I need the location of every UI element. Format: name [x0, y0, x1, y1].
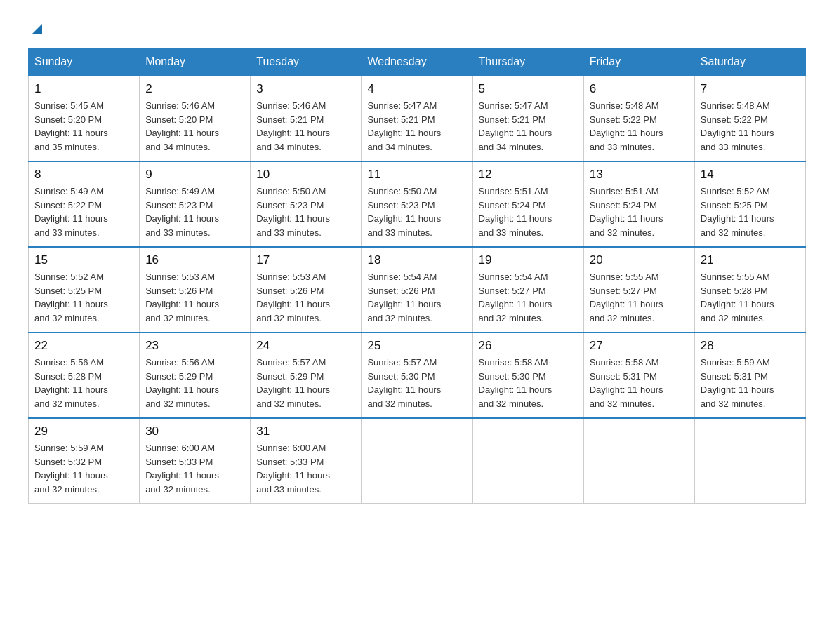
- day-number: 15: [34, 253, 133, 267]
- day-number: 23: [145, 339, 244, 353]
- calendar-cell: 29 Sunrise: 5:59 AM Sunset: 5:32 PM Dayl…: [29, 418, 140, 504]
- day-info: Sunrise: 5:54 AM Sunset: 5:26 PM Dayligh…: [367, 270, 466, 325]
- day-number: 8: [34, 168, 133, 182]
- calendar-cell: 17 Sunrise: 5:53 AM Sunset: 5:26 PM Dayl…: [251, 247, 362, 333]
- day-number: 11: [367, 168, 466, 182]
- day-info: Sunrise: 5:53 AM Sunset: 5:26 PM Dayligh…: [145, 270, 244, 325]
- calendar-week-5: 29 Sunrise: 5:59 AM Sunset: 5:32 PM Dayl…: [29, 418, 806, 504]
- calendar-cell: [694, 418, 805, 504]
- day-number: 10: [256, 168, 355, 182]
- calendar-cell: 26 Sunrise: 5:58 AM Sunset: 5:30 PM Dayl…: [472, 333, 583, 418]
- weekday-header-friday: Friday: [583, 48, 694, 76]
- day-number: 30: [145, 424, 244, 438]
- day-info: Sunrise: 5:56 AM Sunset: 5:28 PM Dayligh…: [34, 356, 133, 410]
- day-number: 12: [479, 168, 578, 182]
- day-info: Sunrise: 5:53 AM Sunset: 5:26 PM Dayligh…: [256, 270, 355, 325]
- calendar-cell: [362, 418, 472, 504]
- day-info: Sunrise: 5:47 AM Sunset: 5:21 PM Dayligh…: [367, 99, 466, 154]
- day-number: 1: [34, 82, 133, 96]
- day-number: 9: [145, 168, 244, 182]
- calendar-cell: 3 Sunrise: 5:46 AM Sunset: 5:21 PM Dayli…: [251, 76, 362, 161]
- day-number: 13: [590, 168, 689, 182]
- day-info: Sunrise: 5:59 AM Sunset: 5:32 PM Dayligh…: [34, 441, 133, 496]
- day-info: Sunrise: 5:47 AM Sunset: 5:21 PM Dayligh…: [479, 99, 578, 154]
- calendar-cell: 31 Sunrise: 6:00 AM Sunset: 5:33 PM Dayl…: [251, 418, 362, 504]
- day-info: Sunrise: 5:50 AM Sunset: 5:23 PM Dayligh…: [256, 185, 355, 239]
- day-number: 22: [34, 339, 133, 353]
- day-info: Sunrise: 5:51 AM Sunset: 5:24 PM Dayligh…: [479, 185, 578, 239]
- day-number: 2: [145, 82, 244, 96]
- calendar-cell: 8 Sunrise: 5:49 AM Sunset: 5:22 PM Dayli…: [29, 161, 140, 247]
- day-info: Sunrise: 5:48 AM Sunset: 5:22 PM Dayligh…: [590, 99, 689, 154]
- day-info: Sunrise: 5:59 AM Sunset: 5:31 PM Dayligh…: [701, 356, 800, 410]
- calendar-cell: 24 Sunrise: 5:57 AM Sunset: 5:29 PM Dayl…: [251, 333, 362, 418]
- day-info: Sunrise: 5:51 AM Sunset: 5:24 PM Dayligh…: [590, 185, 689, 239]
- day-number: 18: [367, 253, 466, 267]
- day-info: Sunrise: 5:56 AM Sunset: 5:29 PM Dayligh…: [145, 356, 244, 410]
- weekday-header-sunday: Sunday: [29, 48, 140, 76]
- calendar-cell: 25 Sunrise: 5:57 AM Sunset: 5:30 PM Dayl…: [362, 333, 472, 418]
- calendar-week-4: 22 Sunrise: 5:56 AM Sunset: 5:28 PM Dayl…: [29, 333, 806, 418]
- day-info: Sunrise: 5:46 AM Sunset: 5:20 PM Dayligh…: [145, 99, 244, 154]
- calendar-cell: 19 Sunrise: 5:54 AM Sunset: 5:27 PM Dayl…: [472, 247, 583, 333]
- logo: [28, 21, 45, 36]
- calendar-cell: 15 Sunrise: 5:52 AM Sunset: 5:25 PM Dayl…: [29, 247, 140, 333]
- calendar-cell: 22 Sunrise: 5:56 AM Sunset: 5:28 PM Dayl…: [29, 333, 140, 418]
- day-number: 29: [34, 424, 133, 438]
- day-number: 5: [479, 82, 578, 96]
- day-number: 24: [256, 339, 355, 353]
- day-info: Sunrise: 5:55 AM Sunset: 5:27 PM Dayligh…: [590, 270, 689, 325]
- day-info: Sunrise: 5:58 AM Sunset: 5:31 PM Dayligh…: [590, 356, 689, 410]
- calendar-week-2: 8 Sunrise: 5:49 AM Sunset: 5:22 PM Dayli…: [29, 161, 806, 247]
- calendar-cell: 28 Sunrise: 5:59 AM Sunset: 5:31 PM Dayl…: [694, 333, 805, 418]
- day-info: Sunrise: 5:52 AM Sunset: 5:25 PM Dayligh…: [34, 270, 133, 325]
- day-info: Sunrise: 5:50 AM Sunset: 5:23 PM Dayligh…: [367, 185, 466, 239]
- calendar-cell: 11 Sunrise: 5:50 AM Sunset: 5:23 PM Dayl…: [362, 161, 472, 247]
- day-number: 14: [701, 168, 800, 182]
- day-info: Sunrise: 5:55 AM Sunset: 5:28 PM Dayligh…: [701, 270, 800, 325]
- calendar-cell: 18 Sunrise: 5:54 AM Sunset: 5:26 PM Dayl…: [362, 247, 472, 333]
- calendar-cell: 13 Sunrise: 5:51 AM Sunset: 5:24 PM Dayl…: [583, 161, 694, 247]
- calendar-cell: 6 Sunrise: 5:48 AM Sunset: 5:22 PM Dayli…: [583, 76, 694, 161]
- day-info: Sunrise: 5:57 AM Sunset: 5:30 PM Dayligh…: [367, 356, 466, 410]
- calendar-cell: 30 Sunrise: 6:00 AM Sunset: 5:33 PM Dayl…: [140, 418, 251, 504]
- day-number: 21: [701, 253, 800, 267]
- day-number: 7: [701, 82, 800, 96]
- calendar-cell: 20 Sunrise: 5:55 AM Sunset: 5:27 PM Dayl…: [583, 247, 694, 333]
- calendar-cell: 5 Sunrise: 5:47 AM Sunset: 5:21 PM Dayli…: [472, 76, 583, 161]
- day-number: 27: [590, 339, 689, 353]
- day-info: Sunrise: 5:58 AM Sunset: 5:30 PM Dayligh…: [479, 356, 578, 410]
- day-number: 31: [256, 424, 355, 438]
- day-info: Sunrise: 5:45 AM Sunset: 5:20 PM Dayligh…: [34, 99, 133, 154]
- calendar-cell: 9 Sunrise: 5:49 AM Sunset: 5:23 PM Dayli…: [140, 161, 251, 247]
- calendar-cell: 2 Sunrise: 5:46 AM Sunset: 5:20 PM Dayli…: [140, 76, 251, 161]
- calendar-cell: [472, 418, 583, 504]
- day-info: Sunrise: 6:00 AM Sunset: 5:33 PM Dayligh…: [145, 441, 244, 496]
- calendar-cell: 10 Sunrise: 5:50 AM Sunset: 5:23 PM Dayl…: [251, 161, 362, 247]
- page-header: [28, 21, 806, 36]
- day-number: 26: [479, 339, 578, 353]
- logo-triangle-icon: [29, 21, 45, 36]
- day-number: 28: [701, 339, 800, 353]
- day-number: 20: [590, 253, 689, 267]
- calendar-cell: 27 Sunrise: 5:58 AM Sunset: 5:31 PM Dayl…: [583, 333, 694, 418]
- day-number: 3: [256, 82, 355, 96]
- day-info: Sunrise: 5:57 AM Sunset: 5:29 PM Dayligh…: [256, 356, 355, 410]
- day-info: Sunrise: 5:49 AM Sunset: 5:22 PM Dayligh…: [34, 185, 133, 239]
- day-number: 19: [479, 253, 578, 267]
- day-number: 4: [367, 82, 466, 96]
- calendar-cell: 21 Sunrise: 5:55 AM Sunset: 5:28 PM Dayl…: [694, 247, 805, 333]
- calendar-cell: 1 Sunrise: 5:45 AM Sunset: 5:20 PM Dayli…: [29, 76, 140, 161]
- calendar-cell: [583, 418, 694, 504]
- calendar-table: SundayMondayTuesdayWednesdayThursdayFrid…: [28, 48, 806, 504]
- weekday-header-thursday: Thursday: [472, 48, 583, 76]
- calendar-week-3: 15 Sunrise: 5:52 AM Sunset: 5:25 PM Dayl…: [29, 247, 806, 333]
- weekday-header-monday: Monday: [140, 48, 251, 76]
- calendar-cell: 14 Sunrise: 5:52 AM Sunset: 5:25 PM Dayl…: [694, 161, 805, 247]
- calendar-cell: 16 Sunrise: 5:53 AM Sunset: 5:26 PM Dayl…: [140, 247, 251, 333]
- day-number: 6: [590, 82, 689, 96]
- day-info: Sunrise: 5:49 AM Sunset: 5:23 PM Dayligh…: [145, 185, 244, 239]
- calendar-cell: 4 Sunrise: 5:47 AM Sunset: 5:21 PM Dayli…: [362, 76, 472, 161]
- calendar-cell: 7 Sunrise: 5:48 AM Sunset: 5:22 PM Dayli…: [694, 76, 805, 161]
- weekday-header-tuesday: Tuesday: [251, 48, 362, 76]
